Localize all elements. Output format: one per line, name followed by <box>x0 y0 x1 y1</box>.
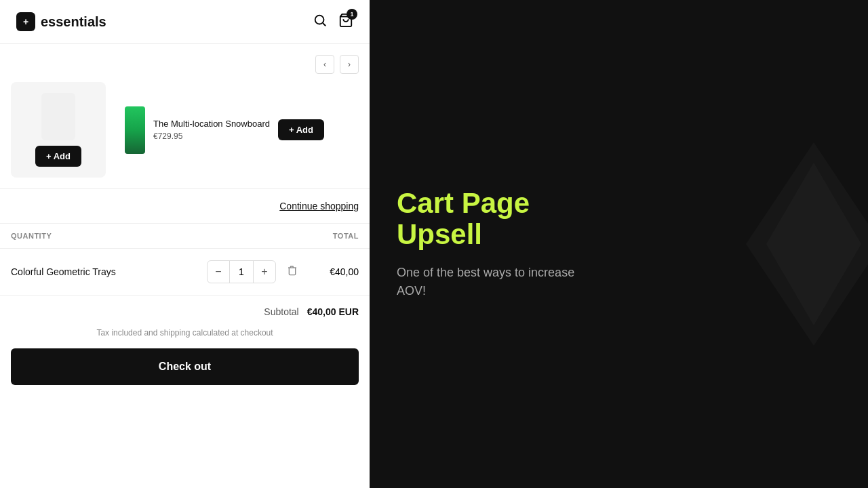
slider-next-btn[interactable]: › <box>340 55 359 74</box>
product-card-1: + Add <box>11 82 106 178</box>
item-total: €40,00 <box>311 266 359 277</box>
product-slider: ‹ › + Add The Multi-location Snowboard €… <box>0 44 370 189</box>
delete-item-btn[interactable] <box>281 260 303 284</box>
cart-icon-wrapper[interactable]: 1 <box>338 13 353 30</box>
svg-point-0 <box>315 16 324 24</box>
qty-increase-btn[interactable]: + <box>254 261 275 283</box>
slider-nav: ‹ › <box>11 55 370 74</box>
logo-icon: + <box>16 12 35 31</box>
search-icon[interactable] <box>313 13 328 30</box>
marketing-panel: Cart PageUpsell One of the best ways to … <box>370 0 868 488</box>
product-card-2: The Multi-location Snowboard €729.95 + A… <box>114 82 335 178</box>
add-product-2-btn[interactable]: + Add <box>278 119 324 140</box>
snowboard-image <box>125 106 145 154</box>
tax-note: Tax included and shipping calculated at … <box>0 328 370 348</box>
product-2-name: The Multi-location Snowboard <box>153 119 270 129</box>
subtotal-label: Subtotal <box>264 306 298 317</box>
subtotal-row: Subtotal €40,00 EUR <box>0 296 370 328</box>
qty-controls: − 1 + <box>207 260 276 283</box>
checkout-button[interactable]: Check out <box>11 348 359 385</box>
total-header: TOTAL <box>333 232 359 240</box>
add-product-1-btn[interactable]: + Add <box>35 146 81 167</box>
svg-line-1 <box>323 23 326 26</box>
logo: + essentials <box>16 12 106 31</box>
shop-panel: + essentials 1 ‹ › + Add <box>0 0 370 488</box>
product-2-info: The Multi-location Snowboard €729.95 <box>153 119 270 141</box>
qty-value: 1 <box>229 261 254 283</box>
product-placeholder-1 <box>41 93 75 140</box>
cart-item-name: Colorful Geometric Trays <box>11 266 207 277</box>
shop-header: + essentials 1 <box>0 0 370 44</box>
quantity-header: QUANTITY <box>11 232 52 240</box>
logo-text: essentials <box>41 14 106 30</box>
qty-decrease-btn[interactable]: − <box>208 261 229 283</box>
product-2-price: €729.95 <box>153 131 270 141</box>
cart-badge: 1 <box>347 9 357 20</box>
continue-shopping-container: Continue shopping <box>0 189 370 224</box>
header-icons: 1 <box>313 13 353 30</box>
subtotal-value: €40,00 EUR <box>307 306 359 317</box>
cart-item-row: Colorful Geometric Trays − 1 + €40,00 <box>0 249 370 296</box>
marketing-title: Cart PageUpsell <box>397 188 841 250</box>
slider-prev-btn[interactable]: ‹ <box>315 55 334 74</box>
continue-shopping-link[interactable]: Continue shopping <box>279 201 359 211</box>
cart-table-header: QUANTITY TOTAL <box>0 224 370 249</box>
marketing-subtitle: One of the best ways to increase AOV! <box>397 264 587 300</box>
products-row: + Add The Multi-location Snowboard €729.… <box>11 82 370 178</box>
